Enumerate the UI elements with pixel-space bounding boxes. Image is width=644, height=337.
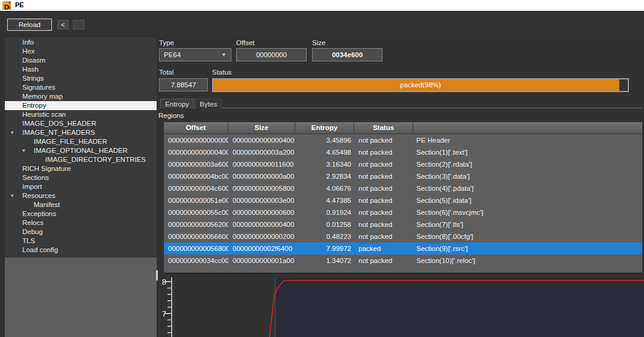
- sidebar-item-label: Heuristic scan: [22, 111, 66, 118]
- logo-dot: [9, 2, 10, 3]
- table-cell: not packed: [354, 230, 413, 243]
- sidebar-item-label: Memory map: [22, 93, 63, 100]
- sidebar-item-image-directory-entries[interactable]: IMAGE_DIRECTORY_ENTRIES: [5, 155, 157, 164]
- table-row[interactable]: 000000000034cc000000000000001a001.34072n…: [164, 255, 642, 267]
- sidebar-item-resources[interactable]: ▾Resources: [5, 191, 157, 200]
- sidebar-item-label: Signatures: [22, 84, 55, 91]
- column-header-entropy[interactable]: Entropy: [295, 122, 354, 134]
- sidebar-item-signatures[interactable]: Signatures: [5, 83, 157, 92]
- sidebar-item-relocs[interactable]: Relocs: [5, 218, 157, 227]
- total-label: Total: [159, 69, 174, 76]
- sidebar-item-label: RICH Signature: [22, 165, 71, 172]
- sidebar-item-entropy[interactable]: Entropy: [5, 101, 157, 110]
- table-row[interactable]: 000000000005660000000000000002000.48223n…: [164, 230, 642, 243]
- sidebar-item-manifest[interactable]: Manifest: [5, 200, 157, 209]
- table-cell: 0.48223: [295, 230, 354, 243]
- offset-label: Offset: [236, 39, 254, 46]
- expander-icon[interactable]: ▾: [11, 128, 14, 137]
- expander-icon[interactable]: ▾: [11, 191, 14, 200]
- window-title: PE: [15, 1, 24, 8]
- tab-entropy[interactable]: Entropy: [160, 99, 194, 108]
- sidebar-item-load-config[interactable]: Load config: [5, 246, 157, 255]
- table-cell: Section(3)['.data']: [413, 170, 642, 182]
- sidebar-item-image-dos-header[interactable]: IMAGE_DOS_HEADER: [5, 119, 157, 128]
- total-field[interactable]: 7.88547: [159, 78, 208, 91]
- column-header-offset[interactable]: Offset: [164, 122, 228, 134]
- table-row[interactable]: 0000000000000400000000000003a2004.65498n…: [164, 146, 642, 158]
- sidebar-item-sections[interactable]: Sections: [5, 173, 157, 182]
- table-cell: not packed: [354, 218, 413, 230]
- offset-field[interactable]: 00000000: [236, 48, 307, 61]
- table-cell: 3.16340: [295, 158, 354, 170]
- regions-table-header: OffsetSizeEntropyStatus: [164, 122, 642, 134]
- sidebar-item-disasm[interactable]: Disasm: [5, 56, 157, 65]
- size-field[interactable]: 0034e600: [312, 48, 383, 61]
- table-cell: 000000000004bc00: [164, 170, 228, 182]
- expander-icon[interactable]: ▾: [22, 146, 25, 155]
- table-cell: 7.99972: [295, 243, 354, 255]
- sidebar-item-label: Debug: [22, 228, 43, 235]
- table-cell: 4.47385: [295, 194, 354, 206]
- sidebar-item-label: Import: [22, 183, 42, 190]
- sidebar-tree: InfoHexDisasmHashStringsSignaturesMemory…: [5, 37, 157, 258]
- tab-bytes[interactable]: Bytes: [195, 99, 222, 108]
- status-progress-text: packed(98%): [213, 79, 628, 91]
- sidebar-item-heuristic-scan[interactable]: Heuristic scan: [5, 110, 157, 119]
- sidebar-item-image-nt-headers[interactable]: ▾IMAGE_NT_HEADERS: [5, 128, 157, 137]
- sidebar-item-hash[interactable]: Hash: [5, 65, 157, 74]
- column-header-status[interactable]: Status: [354, 122, 413, 134]
- sidebar-item-image-file-header[interactable]: IMAGE_FILE_HEADER: [5, 137, 157, 146]
- entropy-chart-svg: 87: [158, 275, 644, 337]
- status-progressbar: packed(98%): [212, 78, 629, 92]
- sidebar-item-rich-signature[interactable]: RICH Signature: [5, 164, 157, 173]
- table-row[interactable]: 0000000000051e000000000000003e004.47385n…: [164, 194, 642, 206]
- sidebar-item-label: Load config: [22, 246, 58, 253]
- sidebar-item-label: Entropy: [22, 102, 46, 109]
- table-cell: 00000000002f6400: [228, 243, 295, 255]
- column-header-size[interactable]: Size: [228, 122, 295, 134]
- sidebar-item-debug[interactable]: Debug: [5, 227, 157, 237]
- forward-button[interactable]: [73, 20, 84, 29]
- sidebar-item-strings[interactable]: Strings: [5, 74, 157, 83]
- die-window: D e PE Reload < InfoHexDisasmHashStrings…: [0, 0, 644, 337]
- table-row[interactable]: 000000000005680000000000002f64007.99972p…: [164, 243, 642, 255]
- table-cell: Section(7)['.tls']: [413, 218, 642, 230]
- table-cell: Section(10)['.reloc']: [413, 255, 642, 267]
- sidebar-item-label: Disasm: [22, 57, 45, 64]
- table-cell: Section(8)['.00cfg']: [413, 230, 642, 243]
- table-cell: 0000000000000400: [164, 146, 228, 158]
- type-combobox[interactable]: PE64 ▼: [159, 48, 231, 61]
- sidebar-item-tls[interactable]: TLS: [5, 237, 157, 246]
- back-button[interactable]: <: [57, 20, 69, 29]
- sidebar-item-label: Exceptions: [22, 210, 56, 217]
- table-cell: 0000000000000600: [228, 206, 295, 218]
- sidebar-item-hex[interactable]: Hex: [5, 47, 157, 56]
- type-label: Type: [159, 39, 174, 46]
- table-row[interactable]: 000000000004bc000000000000000a002.92834n…: [164, 170, 642, 182]
- table-cell: 1.34072: [295, 255, 354, 267]
- sidebar-item-import[interactable]: Import: [5, 182, 157, 191]
- regions-table: OffsetSizeEntropyStatus 0000000000000000…: [164, 122, 642, 274]
- splitter-handle-highlight[interactable]: [156, 270, 158, 280]
- sidebar-item-image-optional-header[interactable]: ▾IMAGE_OPTIONAL_HEADER: [5, 146, 157, 155]
- table-cell: 0000000000011600: [228, 158, 295, 170]
- column-header[interactable]: [413, 122, 642, 134]
- table-row[interactable]: 000000000005620000000000000004000.01258n…: [164, 218, 642, 230]
- table-row[interactable]: 000000000003a60000000000000116003.16340n…: [164, 158, 642, 170]
- table-cell: PE Header: [413, 134, 642, 146]
- table-row[interactable]: 000000000004c60000000000000058004.06676n…: [164, 182, 642, 194]
- table-cell: 0000000000000400: [228, 218, 295, 230]
- svg-text:8: 8: [162, 277, 166, 286]
- entropy-chart[interactable]: 87: [158, 275, 644, 337]
- table-row[interactable]: 000000000000000000000000000004003.45896n…: [164, 134, 642, 146]
- app-logo-icon: D e: [2, 1, 11, 10]
- sidebar-item-exceptions[interactable]: Exceptions: [5, 209, 157, 218]
- table-cell: 0000000000000200: [228, 230, 295, 243]
- reload-button[interactable]: Reload: [7, 19, 52, 31]
- table-cell: Section(5)['.idata']: [413, 194, 642, 206]
- table-row[interactable]: 0000000000055c0000000000000006000.91924n…: [164, 206, 642, 218]
- sidebar-item-memory-map[interactable]: Memory map: [5, 92, 157, 101]
- sidebar-item-label: Resources: [22, 192, 55, 199]
- table-cell: not packed: [354, 194, 413, 206]
- sidebar-item-info[interactable]: Info: [5, 38, 157, 47]
